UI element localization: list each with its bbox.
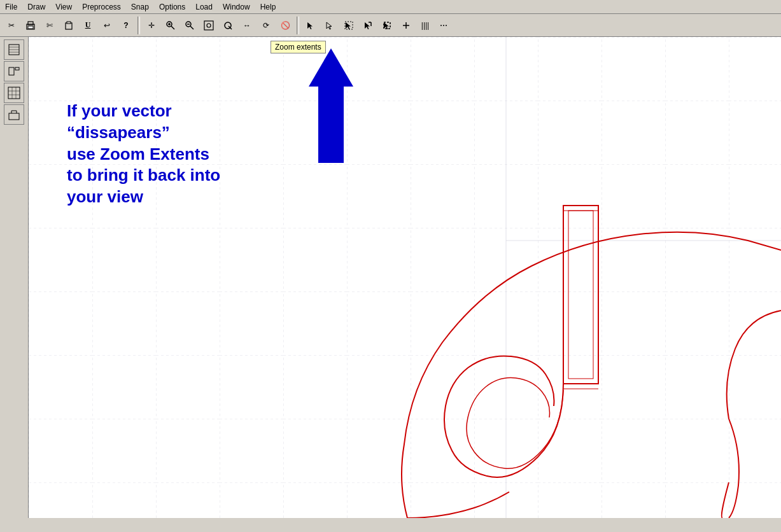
sidebar-btn-2[interactable] <box>4 61 24 81</box>
svg-marker-16 <box>307 22 313 29</box>
zoom-window-button[interactable] <box>200 17 218 34</box>
menu-file[interactable]: File <box>0 1 22 13</box>
svg-rect-34 <box>8 87 20 99</box>
instruction-line5: your view <box>67 187 143 206</box>
svg-rect-32 <box>9 67 14 75</box>
instruction-line4: to bring it back into <box>67 165 220 185</box>
tool3-button[interactable] <box>340 17 358 34</box>
main-area: Zoom extents If your vector “dissapears”… <box>0 37 781 518</box>
print-button[interactable] <box>22 17 39 34</box>
paste-button[interactable] <box>60 17 78 34</box>
zoom-in-button[interactable] <box>162 17 179 34</box>
tool7-button[interactable]: |||| <box>416 17 434 34</box>
svg-marker-19 <box>346 22 351 29</box>
instruction-text: If your vector “dissapears” use Zoom Ext… <box>67 101 321 208</box>
cut-button[interactable]: ✂ <box>3 17 20 34</box>
help-button[interactable]: ? <box>117 17 135 34</box>
zoom-out-button[interactable] <box>181 17 199 34</box>
svg-line-10 <box>190 26 193 29</box>
menu-load[interactable]: Load <box>190 1 218 13</box>
scissors-button[interactable]: ✄ <box>41 17 59 34</box>
instruction-line2: “dissapears” <box>67 123 170 142</box>
separator-2 <box>297 17 299 34</box>
svg-point-13 <box>207 24 211 27</box>
menu-bar: File Draw View Preprocess Snap Options L… <box>0 0 781 14</box>
separator-1 <box>137 17 140 34</box>
arrow-body <box>318 87 344 163</box>
tool4-button[interactable] <box>359 17 377 34</box>
instruction-line1: If your vector <box>67 101 172 120</box>
svg-rect-2 <box>28 26 33 29</box>
sidebar-btn-1[interactable] <box>4 39 24 60</box>
svg-marker-17 <box>327 22 332 29</box>
zoom-extents-button[interactable] <box>219 17 237 34</box>
select2-button[interactable] <box>321 17 339 34</box>
canvas-area[interactable]: Zoom extents If your vector “dissapears”… <box>29 37 781 518</box>
menu-snap[interactable]: Snap <box>126 1 154 13</box>
arrow-head <box>309 48 353 87</box>
menu-help[interactable]: Help <box>255 1 281 13</box>
cancel-button[interactable]: 🚫 <box>276 17 294 34</box>
sidebar-btn-3[interactable] <box>4 83 24 103</box>
tool8-button[interactable] <box>435 17 453 34</box>
menu-window[interactable]: Window <box>218 1 255 13</box>
svg-line-6 <box>171 26 174 29</box>
svg-rect-39 <box>9 113 19 120</box>
left-sidebar <box>0 37 29 518</box>
menu-preprocess[interactable]: Preprocess <box>77 1 126 13</box>
menu-draw[interactable]: Draw <box>22 1 50 13</box>
sidebar-btn-4[interactable] <box>4 104 24 125</box>
svg-rect-12 <box>204 21 213 30</box>
undo-button[interactable]: ↩ <box>98 17 116 34</box>
svg-rect-33 <box>15 67 19 70</box>
instruction-line3: use Zoom Extents <box>67 144 209 164</box>
svg-rect-4 <box>67 22 71 24</box>
tool6-button[interactable] <box>397 17 415 34</box>
pan-button[interactable]: ↔ <box>238 17 256 34</box>
select-button[interactable] <box>302 17 320 34</box>
refresh-button[interactable]: ⟳ <box>257 17 275 34</box>
menu-options[interactable]: Options <box>154 1 190 13</box>
zoom-extents-tooltip: Zoom extents <box>271 41 326 53</box>
menu-view[interactable]: View <box>50 1 77 13</box>
toolbar: ✂ ✄ U ↩ ? ✛ ↔ ⟳ 🚫 |||| <box>0 14 781 37</box>
move-button[interactable]: ✛ <box>143 17 160 34</box>
svg-marker-20 <box>365 22 370 29</box>
underline-button[interactable]: U <box>79 17 97 34</box>
tool5-button[interactable] <box>378 17 396 34</box>
